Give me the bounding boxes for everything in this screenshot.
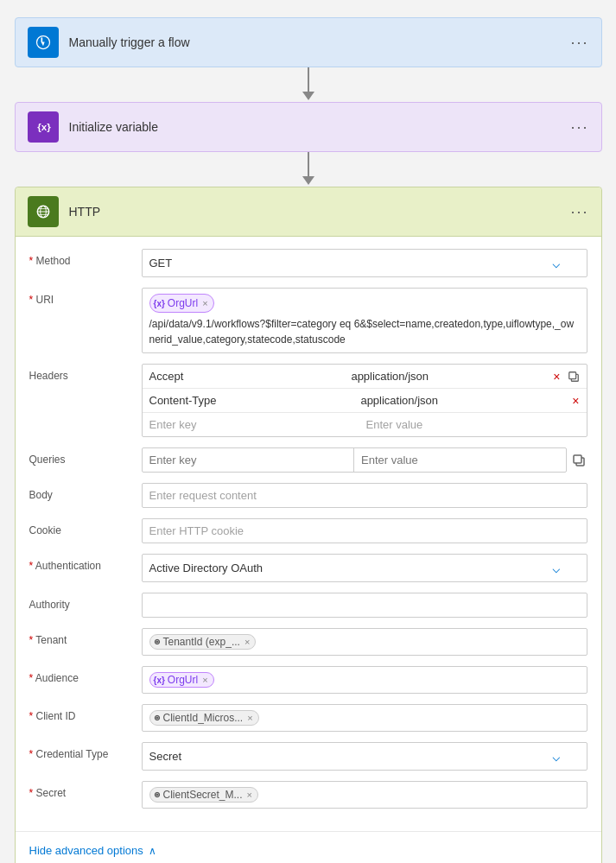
audience-token-field[interactable]: {x} OrgUrl × bbox=[142, 666, 587, 694]
auth-dropdown-wrap: Active Directory OAuth ⌵ bbox=[142, 554, 587, 582]
trigger-card-header[interactable]: Manually trigger a flow ··· bbox=[15, 17, 602, 67]
method-dropdown-wrap: GET ⌵ bbox=[142, 249, 587, 277]
hide-advanced-label: Hide advanced options bbox=[29, 844, 143, 857]
header1-value: application/json bbox=[344, 365, 546, 388]
trigger-card: Manually trigger a flow ··· bbox=[15, 17, 602, 67]
flow-canvas: Manually trigger a flow ··· {x} Initiali… bbox=[17, 17, 599, 863]
arrow-1 bbox=[302, 67, 314, 102]
body-input[interactable] bbox=[142, 483, 587, 508]
tenant-token[interactable]: ⊛ TenantId (exp_... × bbox=[149, 634, 257, 650]
header-key-placeholder[interactable]: Enter key bbox=[143, 413, 359, 436]
headers-table: Accept application/json × bbox=[142, 364, 587, 437]
variable-more-btn[interactable]: ··· bbox=[570, 118, 588, 136]
http-icon bbox=[28, 196, 59, 227]
authority-label: Authority bbox=[29, 593, 142, 611]
secret-row: Secret ⊛ ClientSecret_M... × bbox=[29, 781, 587, 809]
method-row: Method GET ⌵ bbox=[29, 249, 587, 277]
audience-token-icon: {x} bbox=[154, 676, 165, 685]
credtype-value: Secret bbox=[149, 750, 182, 763]
tenant-label: Tenant bbox=[29, 628, 142, 646]
org-url-token-label: OrgUrl bbox=[168, 295, 198, 311]
auth-row: Authentication Active Directory OAuth ⌵ bbox=[29, 554, 587, 582]
header1-actions: × bbox=[546, 368, 586, 385]
trigger-more-btn[interactable]: ··· bbox=[570, 34, 588, 52]
audience-label: Audience bbox=[29, 666, 142, 684]
trigger-title: Manually trigger a flow bbox=[69, 35, 571, 49]
tenant-token-field[interactable]: ⊛ TenantId (exp_... × bbox=[142, 628, 587, 656]
credtype-label: Credential Type bbox=[29, 742, 142, 760]
queries-copy-btn[interactable] bbox=[570, 452, 587, 469]
http-form-body: Method GET ⌵ URI {x} OrgUrl × bbox=[16, 237, 601, 831]
auth-chevron-icon: ⌵ bbox=[552, 560, 561, 576]
auth-value: Active Directory OAuth bbox=[149, 562, 264, 574]
query-value-input[interactable] bbox=[354, 448, 566, 472]
method-chevron-icon: ⌵ bbox=[552, 255, 561, 271]
method-value: GET bbox=[149, 257, 173, 270]
http-title: HTTP bbox=[69, 205, 571, 219]
uri-field[interactable]: {x} OrgUrl × /api/data/v9.1/workflows?$f… bbox=[142, 288, 587, 353]
tenant-row: Tenant ⊛ TenantId (exp_... × bbox=[29, 628, 587, 656]
audience-token-close[interactable]: × bbox=[202, 675, 207, 685]
clientid-token-label: ClientId_Micros... bbox=[163, 712, 244, 724]
variable-card-header[interactable]: {x} Initialize variable ··· bbox=[15, 102, 602, 152]
arrow-2 bbox=[302, 152, 314, 187]
secret-token[interactable]: ⊛ ClientSecret_M... × bbox=[149, 787, 258, 803]
credtype-chevron-icon: ⌵ bbox=[552, 748, 561, 765]
queries-row: Queries bbox=[29, 447, 587, 473]
method-dropdown[interactable]: GET ⌵ bbox=[142, 249, 587, 277]
header-row-2: Content-Type application/json × bbox=[143, 389, 587, 413]
header2-actions: × bbox=[565, 392, 586, 409]
header-row-empty: Enter key Enter value bbox=[143, 413, 587, 436]
secret-token-close[interactable]: × bbox=[247, 790, 252, 800]
svg-rect-8 bbox=[568, 371, 575, 378]
token-icon-purple: {x} bbox=[154, 297, 165, 310]
clientid-token[interactable]: ⊛ ClientId_Micros... × bbox=[149, 710, 259, 726]
headers-row: Headers Accept application/json × bbox=[29, 364, 587, 437]
header1-copy-btn[interactable] bbox=[566, 369, 581, 384]
body-label: Body bbox=[29, 483, 142, 501]
variable-title: Initialize variable bbox=[69, 120, 571, 134]
queries-label: Queries bbox=[29, 447, 142, 466]
queries-inner bbox=[142, 447, 567, 473]
tenant-token-label: TenantId (exp_... bbox=[163, 636, 240, 648]
hide-advanced-btn[interactable]: Hide advanced options ∧ bbox=[16, 831, 601, 863]
tenant-token-icon: ⊛ bbox=[154, 638, 161, 646]
secret-token-label: ClientSecret_M... bbox=[163, 789, 243, 801]
org-url-token-close[interactable]: × bbox=[202, 296, 207, 311]
http-card-header[interactable]: HTTP ··· bbox=[16, 187, 601, 237]
uri-row: URI {x} OrgUrl × /api/data/v9.1/workflow… bbox=[29, 288, 587, 353]
clientid-token-close[interactable]: × bbox=[247, 713, 252, 723]
queries-wrap bbox=[142, 447, 587, 473]
auth-dropdown[interactable]: Active Directory OAuth ⌵ bbox=[142, 554, 587, 582]
org-url-token[interactable]: {x} OrgUrl × bbox=[149, 294, 214, 313]
clientid-row: Client ID ⊛ ClientId_Micros... × bbox=[29, 704, 587, 732]
auth-label: Authentication bbox=[29, 554, 142, 572]
header2-value: application/json bbox=[353, 389, 565, 412]
header2-delete-btn[interactable]: × bbox=[570, 392, 581, 409]
svg-rect-10 bbox=[574, 455, 581, 463]
clientid-token-icon: ⊛ bbox=[154, 714, 161, 722]
uri-text: /api/data/v9.1/workflows?$filter=categor… bbox=[149, 316, 580, 347]
variable-icon: {x} bbox=[28, 111, 59, 143]
audience-row: Audience {x} OrgUrl × bbox=[29, 666, 587, 694]
cookie-input[interactable] bbox=[142, 518, 587, 543]
credtype-dropdown[interactable]: Secret ⌵ bbox=[142, 742, 587, 771]
header-value-placeholder[interactable]: Enter value bbox=[359, 413, 576, 436]
hide-advanced-chevron-icon: ∧ bbox=[149, 845, 156, 857]
headers-label: Headers bbox=[29, 364, 142, 382]
cookie-row: Cookie bbox=[29, 518, 587, 543]
secret-label: Secret bbox=[29, 781, 142, 799]
http-more-btn[interactable]: ··· bbox=[570, 203, 588, 221]
header-row-1: Accept application/json × bbox=[143, 365, 587, 389]
variable-card: {x} Initialize variable ··· bbox=[15, 102, 602, 152]
query-key-input[interactable] bbox=[143, 448, 354, 472]
tenant-token-close[interactable]: × bbox=[244, 637, 250, 647]
secret-token-field[interactable]: ⊛ ClientSecret_M... × bbox=[142, 781, 587, 809]
header1-delete-btn[interactable]: × bbox=[551, 368, 562, 385]
clientid-label: Client ID bbox=[29, 704, 142, 722]
credtype-dropdown-wrap: Secret ⌵ bbox=[142, 742, 587, 771]
clientid-token-field[interactable]: ⊛ ClientId_Micros... × bbox=[142, 704, 587, 732]
audience-token[interactable]: {x} OrgUrl × bbox=[149, 672, 214, 688]
secret-token-icon: ⊛ bbox=[154, 790, 161, 799]
authority-input[interactable]: https://login.microsoftonline.com bbox=[142, 593, 587, 618]
